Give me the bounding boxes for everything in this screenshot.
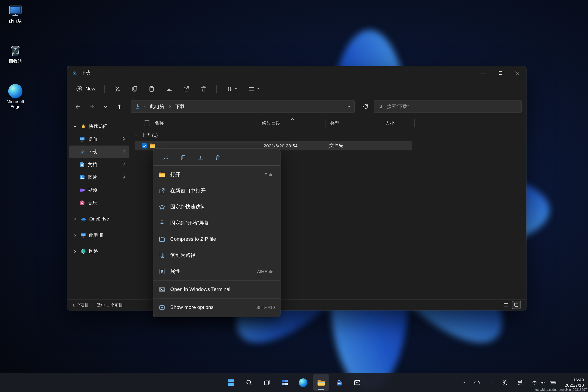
sort-button[interactable]	[222, 82, 242, 95]
more-options-button[interactable]	[274, 82, 289, 95]
share-button[interactable]	[179, 82, 194, 95]
menu-item-properties[interactable]: 属性 Alt+Enter	[153, 263, 280, 279]
column-divider[interactable]	[380, 119, 380, 127]
task-view-button[interactable]	[259, 374, 275, 391]
mail-icon	[353, 378, 361, 386]
copy-button[interactable]	[127, 82, 142, 95]
screen: 此电脑 回收站 Microsoft Edge 下载	[0, 0, 588, 392]
address-bar[interactable]: 此电脑 下载	[131, 100, 355, 113]
search-box[interactable]	[374, 100, 522, 113]
sidebar-item-downloads[interactable]: 下载	[68, 146, 130, 158]
desktop-icon-edge[interactable]: Microsoft Edge	[3, 84, 28, 109]
sidebar-item-onedrive[interactable]: OneDrive	[68, 212, 130, 225]
desktop-icon-recycle-bin[interactable]: 回收站	[3, 44, 28, 64]
chevron-down-icon[interactable]	[347, 104, 350, 108]
refresh-button[interactable]	[359, 100, 372, 112]
breadcrumb-this-pc[interactable]: 此电脑	[148, 102, 166, 110]
item-count: 1 个项目	[72, 302, 89, 308]
rename-icon	[166, 85, 172, 92]
menu-item-pin-to-start[interactable]: 固定到“开始”屏幕	[153, 215, 280, 231]
menu-item-show-more-options[interactable]: Show more options Shift+F10	[153, 299, 280, 316]
minimize-button[interactable]	[474, 66, 492, 80]
column-divider[interactable]	[414, 119, 415, 127]
column-divider[interactable]	[325, 119, 326, 127]
ime-language-button[interactable]: 英	[500, 376, 510, 390]
maximize-button[interactable]	[492, 66, 509, 80]
close-button[interactable]	[509, 66, 526, 80]
group-label: 上周 (1)	[141, 132, 158, 138]
search-input[interactable]	[386, 104, 518, 110]
sidebar-item-this-pc[interactable]: 此电脑	[68, 229, 130, 241]
show-more-icon	[159, 304, 166, 311]
folder-icon	[149, 142, 156, 149]
taskbar-explorer-button[interactable]	[313, 374, 329, 391]
menu-item-open[interactable]: 打开 Enter	[153, 166, 280, 182]
delete-button[interactable]	[196, 82, 211, 95]
plus-icon	[76, 86, 82, 92]
row-checkbox[interactable]	[142, 143, 147, 148]
check-icon	[142, 144, 146, 148]
sidebar-item-documents[interactable]: 文档	[68, 158, 130, 171]
tray-onedrive-button[interactable]	[472, 376, 482, 390]
ime-mode-button[interactable]: 拼	[515, 376, 525, 390]
sidebar-item-music[interactable]: 音乐	[68, 196, 130, 209]
widgets-button[interactable]	[277, 374, 293, 391]
clock[interactable]: 16:49 2021/7/10	[564, 376, 585, 390]
pin-icon	[122, 175, 126, 180]
rename-button[interactable]	[193, 152, 208, 163]
sort-ascending-icon	[290, 118, 294, 121]
up-button[interactable]	[113, 100, 126, 112]
column-date-modified[interactable]: 修改日期	[262, 120, 280, 126]
large-icons-view-button[interactable]	[512, 301, 521, 309]
rename-button[interactable]	[162, 82, 176, 95]
new-button[interactable]: New	[72, 82, 99, 95]
forward-button[interactable]	[86, 100, 98, 112]
cut-button[interactable]	[159, 152, 173, 163]
back-button[interactable]	[72, 100, 84, 112]
selection-count: 选中 1 个项目	[97, 302, 123, 308]
tray-pen-button[interactable]	[486, 376, 494, 390]
menu-item-open-windows-terminal[interactable]: Open in Windows Terminal	[153, 281, 280, 298]
widgets-icon	[281, 379, 289, 386]
taskbar: 英 拼	[0, 373, 588, 392]
menu-item-copy-as-path[interactable]: 复制为路径	[153, 247, 280, 263]
command-bar: New	[67, 80, 526, 98]
breadcrumb-downloads[interactable]: 下载	[174, 102, 186, 110]
sidebar-item-videos[interactable]: 视频	[68, 184, 130, 196]
sidebar-item-label: 视频	[88, 187, 97, 193]
tray-chevron-up-button[interactable]	[460, 376, 468, 390]
menu-item-label: 固定到“开始”屏幕	[170, 220, 209, 226]
recent-locations-button[interactable]	[100, 100, 112, 112]
desktop-icon-this-pc[interactable]: 此电脑	[3, 4, 28, 24]
file-explorer-window: 下载 New	[67, 66, 526, 310]
paste-button[interactable]	[144, 82, 159, 95]
sidebar-item-quick-access[interactable]: 快速访问	[68, 120, 130, 133]
titlebar: 下载	[67, 66, 526, 80]
column-type[interactable]: 类型	[330, 120, 339, 126]
start-button[interactable]	[223, 374, 239, 391]
sidebar-item-label: 文档	[88, 162, 97, 168]
column-size[interactable]: 大小	[385, 120, 394, 126]
cut-button[interactable]	[110, 82, 125, 95]
sidebar-item-network[interactable]: 网络	[68, 245, 130, 258]
select-all-checkbox[interactable]	[144, 120, 150, 126]
tray-status-button[interactable]	[530, 376, 558, 390]
view-button[interactable]	[244, 82, 264, 95]
column-name[interactable]: 名称	[154, 120, 164, 126]
taskbar-store-button[interactable]	[331, 374, 347, 391]
column-divider[interactable]	[258, 119, 258, 127]
menu-item-pin-quick-access[interactable]: 固定到快速访问	[153, 199, 280, 215]
menu-item-open-new-window[interactable]: 在新窗口中打开	[153, 182, 280, 199]
menu-item-compress-zip[interactable]: Compress to ZIP file	[153, 231, 280, 247]
details-view-button[interactable]	[502, 301, 510, 309]
sidebar-item-pictures[interactable]: 图片	[68, 171, 130, 184]
group-header[interactable]: 上周 (1)	[134, 130, 526, 140]
taskbar-search-button[interactable]	[241, 374, 257, 391]
copy-button[interactable]	[176, 152, 190, 163]
delete-button[interactable]	[210, 152, 224, 163]
taskbar-edge-button[interactable]	[295, 374, 311, 391]
taskbar-mail-button[interactable]	[349, 374, 365, 391]
sidebar-item-desktop[interactable]: 桌面	[68, 133, 130, 145]
menu-item-shortcut: Shift+F10	[256, 305, 275, 310]
desktop-icon-label: 回收站	[9, 59, 22, 64]
